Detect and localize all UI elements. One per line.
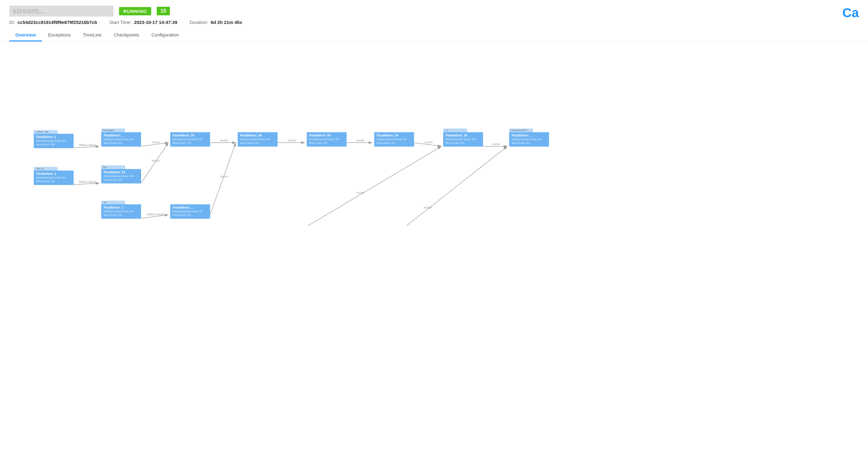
svg-line-15 [73,183,99,185]
svg-text:HASH: HASH [288,139,296,142]
svg-line-11 [414,143,441,146]
node-tab-n2: ressnappe... [101,128,125,132]
node-tab-n9: ...sh_co [34,167,58,171]
node-n10[interactable]: CouParallelism: 24Backpressured (max): 0… [101,169,141,183]
node-tab-n10: Cou [101,165,125,169]
svg-text:HASH: HASH [152,141,159,144]
start-value: 2023-10-17 14:47:39 [134,20,177,25]
id-value: cc54d23cc81914f9f9e879f25216b7cb [18,20,97,25]
svg-line-29 [347,146,507,226]
tab-configuration[interactable]: Configuration [145,29,185,41]
node-tab-n7: ...n [443,128,467,132]
svg-text:HASH: HASH [425,141,432,144]
svg-text:HASH: HASH [356,139,364,142]
start-label: Start Time: [110,20,132,25]
node-n1[interactable]: ...conte...ttleParallelism: 1Backpressur… [34,134,73,148]
node-n12[interactable]: Parallelism: ...Backpressured (max): 0%B… [170,204,210,219]
svg-text:HASH: HASH [220,175,227,178]
svg-line-1 [73,146,99,148]
count-badge: 15 [157,7,170,16]
meta-start: Start Time: 2023-10-17 14:47:39 [110,20,177,25]
svg-text:HASH: HASH [356,191,364,194]
svg-line-21 [210,143,236,215]
node-n4[interactable]: Parallelism: 24Backpressured (max): 0%Bu… [238,132,278,147]
id-label: ID: [9,20,15,25]
node-tab-n8: ClassStructPro... Sink: Unnam... Paralle… [509,128,533,132]
node-n6[interactable]: Parallelism: 24Backpressured (max): 0%Bu… [374,132,414,147]
svg-text:HASH: HASH [424,206,432,209]
svg-text:REBALANCE: REBALANCE [79,180,96,183]
tab-checkpoints[interactable]: Checkpoints [107,29,145,41]
node-tab-n11: ...te [101,201,125,204]
header-meta: ID: cc54d23cc81914f9f9e879f25216b7cb Sta… [9,20,859,25]
graph-container: REBALANCEHASHHASHHASHHASHHASHHASHREBALAN… [0,42,868,226]
node-n2[interactable]: ressnappe...Parallelism: ...Backpressure… [101,132,141,147]
svg-line-19 [141,215,168,218]
header-top: stream... RUNNING 15 Ca [9,5,859,17]
job-title: stream... [9,5,114,17]
page-header: stream... RUNNING 15 Ca ID: cc54d23cc819… [0,0,868,42]
node-n8[interactable]: ClassStructPro... Sink: Unnam... Paralle… [509,132,549,147]
can-label: Ca [842,5,859,20]
svg-line-17 [141,143,168,183]
svg-text:REBALANCE: REBALANCE [147,213,164,216]
node-n9[interactable]: ...sh_coParallelism: 1Backpressured (max… [34,171,73,185]
svg-text:HASH: HASH [152,159,159,162]
svg-text:HASH: HASH [220,139,227,142]
tab-bar: Overview Exceptions TimeLine Checkpoints… [9,29,859,41]
node-tab-n1: ...conte...ttle [34,130,58,134]
svg-text:HASH: HASH [492,143,500,146]
tab-timeline[interactable]: TimeLine [77,29,107,41]
status-badge: RUNNING [119,7,151,16]
svg-line-3 [141,143,168,146]
meta-duration: Duration: 6d 2h 21m 45s [190,20,242,25]
svg-line-25 [278,146,441,226]
duration-value: 6d 2h 21m 45s [211,20,242,25]
node-n3[interactable]: Parallelism: 24Backpressured (max): 0%Bu… [170,132,210,147]
node-n11[interactable]: ...teParallelism: 1Backpressured (max): … [101,204,141,219]
node-n5[interactable]: Parallelism: 64Backpressured (max): 0%Bu… [307,132,347,147]
meta-id: ID: cc54d23cc81914f9f9e879f25216b7cb [9,20,97,25]
duration-label: Duration: [190,20,208,25]
svg-text:REBALANCE: REBALANCE [79,144,96,147]
tab-overview[interactable]: Overview [9,29,42,41]
tab-exceptions[interactable]: Exceptions [42,29,77,41]
node-n7[interactable]: ...nParallelism: 24Backpressured (max): … [443,132,483,147]
